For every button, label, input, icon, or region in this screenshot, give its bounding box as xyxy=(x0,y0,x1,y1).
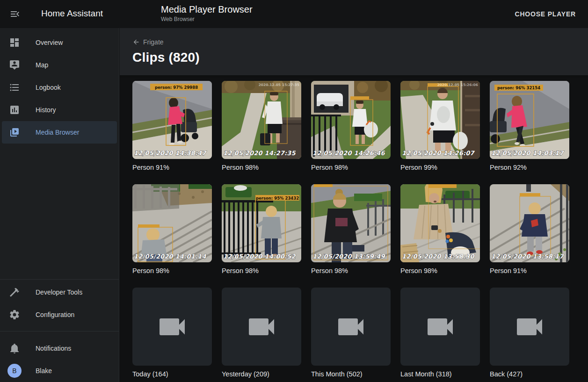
folder-label: Back (427) xyxy=(490,369,569,379)
clip-card[interactable]: person: 95% 23432 12/05/2020 14:00:52 Pe… xyxy=(222,184,301,275)
clip-card[interactable]: 12/05/2020 13:58:30 Person 98% xyxy=(400,184,480,275)
panel-title-block: Media Player Browser Web Browser xyxy=(161,4,253,22)
sidebar-item-label: Configuration xyxy=(36,311,74,318)
sidebar-item-configuration[interactable]: Configuration xyxy=(2,303,117,326)
clip-thumbnail: person: 97% 29988 12/05/2020 14:38:47 xyxy=(132,81,212,159)
clip-scene-steps-toddler: 12/05/2020 14:01:14 xyxy=(132,184,212,262)
clip-thumbnail: 12/05/2020 14:26:46 xyxy=(311,81,391,159)
folder-thumbnail xyxy=(132,288,212,366)
cog-icon xyxy=(9,309,20,320)
sidebar-item-map[interactable]: Map xyxy=(2,54,117,76)
sidebar-item-label: Map xyxy=(36,61,48,69)
clip-scene-street-stroller-right: person: 97% 29988 12/05/2020 14:38:47 xyxy=(132,81,212,159)
clip-timestamp-overlay: 12/05/2020 14:03:17 xyxy=(491,150,565,157)
panel-title: Media Player Browser xyxy=(161,4,253,15)
bell-icon xyxy=(9,343,20,354)
folder-card-back[interactable]: Back (427) xyxy=(490,288,569,379)
folder-card-yesterday[interactable]: Yesterday (209) xyxy=(222,288,301,379)
clip-timestamp-overlay: 12/05/2020 14:38:47 xyxy=(134,150,207,157)
clip-scene-porch-man: 2020.12.05 15:27:35 12/05/2020 14:27:35 xyxy=(222,81,301,159)
sidebar-item-user-profile[interactable]: B Blake xyxy=(2,360,117,382)
sidebar-item-logbook[interactable]: Logbook xyxy=(2,76,117,99)
folder-thumbnail xyxy=(222,288,301,366)
clip-scene-street-stroller-left: person: 96% 32154 12/05/2020 14:03:17 xyxy=(490,81,569,159)
clip-thumbnail: person: 95% 23432 12/05/2020 14:00:52 xyxy=(222,184,301,262)
sidebar-divider xyxy=(0,331,119,332)
app-header: Home Assistant Media Player Browser Web … xyxy=(0,0,588,28)
clip-thumbnail: 12/05/2020 13:58:17 xyxy=(490,184,569,262)
clip-thumbnail: 12/05/2020 13:59:49 xyxy=(311,184,391,262)
clip-label: Person 98% xyxy=(222,266,301,275)
choose-player-button[interactable]: CHOOSE PLAYER xyxy=(512,0,579,28)
avatar: B xyxy=(7,364,22,378)
clip-card[interactable]: 12/05/2020 14:01:14 Person 98% xyxy=(132,184,212,275)
sidebar-item-label: History xyxy=(36,106,56,114)
detection-box-label: person: 97% 29988 xyxy=(155,85,198,90)
play-box-multiple-icon xyxy=(9,127,20,138)
sidebar-item-label: Notifications xyxy=(36,345,71,352)
clip-timestamp-overlay: 12/05/2020 14:26:07 xyxy=(402,150,475,157)
media-grid: person: 97% 29988 12/05/2020 14:38:47 Pe… xyxy=(132,81,588,379)
clip-scene-garage-trash: 12/05/2020 14:26:46 xyxy=(311,81,391,159)
page-title: Clips (820) xyxy=(132,50,588,65)
clip-card[interactable]: 12/05/2020 13:59:49 Person 98% xyxy=(311,184,391,275)
menu-open-icon xyxy=(9,14,21,21)
clip-timestamp-overlay: 12/05/2020 13:58:30 xyxy=(402,253,475,260)
clip-timestamp-overlay: 12/05/2020 13:58:17 xyxy=(491,253,565,260)
clip-scene-woman-hoodie: 12/05/2020 13:59:49 xyxy=(311,184,391,262)
clip-label: Person 91% xyxy=(132,163,212,172)
clip-scene-woman-sweater-stroller: 12/05/2020 13:58:30 xyxy=(400,184,480,262)
clip-card[interactable]: 12/05/2020 13:58:17 Person 91% xyxy=(490,184,569,275)
clip-card[interactable]: 2020.12.05 15:26:06 12/05/2020 14:26:07 … xyxy=(400,81,480,172)
sidebar-divider xyxy=(0,279,119,280)
clip-label: Person 98% xyxy=(400,266,480,275)
folder-label: Last Month (318) xyxy=(400,369,480,379)
clip-label: Person 92% xyxy=(490,163,569,172)
panel-subtitle: Web Browser xyxy=(161,16,253,22)
sidebar-item-media-browser[interactable]: Media Browser xyxy=(2,121,117,144)
video-icon xyxy=(245,310,278,344)
sidebar-item-notifications[interactable]: Notifications xyxy=(2,337,117,360)
view-dashboard-icon xyxy=(9,37,20,48)
clip-thumbnail: 12/05/2020 13:58:30 xyxy=(400,184,480,262)
clip-timestamp-overlay: 12/05/2020 14:27:35 xyxy=(223,150,296,157)
clip-timestamp-overlay: 12/05/2020 13:59:49 xyxy=(312,253,386,260)
clip-label: Person 98% xyxy=(311,266,391,275)
clip-thumbnail: 12/05/2020 14:01:14 xyxy=(132,184,212,262)
folder-thumbnail xyxy=(400,288,480,366)
clip-thumbnail: 2020.12.05 15:26:06 12/05/2020 14:26:07 xyxy=(400,81,480,159)
clip-timestamp-overlay: 12/05/2020 14:26:46 xyxy=(312,150,386,157)
sidebar-item-label: Blake xyxy=(36,367,52,375)
clip-scene-toddler-navy: 12/05/2020 13:58:17 xyxy=(490,184,569,262)
hammer-icon xyxy=(9,287,20,298)
clip-scene-fence-toddler: person: 95% 23432 12/05/2020 14:00:52 xyxy=(222,184,301,262)
folder-card-last-month[interactable]: Last Month (318) xyxy=(400,288,480,379)
folder-card-this-month[interactable]: This Month (502) xyxy=(311,288,391,379)
media-browser-header: Frigate Clips (820) xyxy=(120,28,588,75)
sidebar-item-label: Developer Tools xyxy=(36,288,82,296)
detection-box-label: person: 96% 32154 xyxy=(497,86,540,90)
camera-timestamp-overlay: 2020.12.05 15:27:35 xyxy=(259,83,299,87)
sidebar-item-developer-tools[interactable]: Developer Tools xyxy=(2,281,117,303)
clip-label: Person 98% xyxy=(311,163,391,172)
video-icon xyxy=(423,310,457,344)
breadcrumb[interactable]: Frigate xyxy=(132,28,164,46)
chart-box-icon xyxy=(9,104,20,115)
clip-label: Person 98% xyxy=(222,163,301,172)
clip-card[interactable]: 12/05/2020 14:26:46 Person 98% xyxy=(311,81,391,172)
sidebar-spacer xyxy=(0,144,119,278)
clip-label: Person 91% xyxy=(490,266,569,275)
breadcrumb-label: Frigate xyxy=(143,38,164,46)
format-list-bulleted-icon xyxy=(9,82,20,93)
folder-card-today[interactable]: Today (164) xyxy=(132,288,212,379)
sidebar: Overview Map Logbook History Media Brows… xyxy=(0,28,119,382)
video-icon xyxy=(155,310,189,344)
clip-card[interactable]: person: 97% 29988 12/05/2020 14:38:47 Pe… xyxy=(132,81,212,172)
clip-card[interactable]: 2020.12.05 15:27:35 12/05/2020 14:27:35 … xyxy=(222,81,301,172)
sidebar-toggle-button[interactable] xyxy=(9,8,21,20)
clip-card[interactable]: person: 96% 32154 12/05/2020 14:03:17 Pe… xyxy=(490,81,569,172)
sidebar-item-label: Media Browser xyxy=(36,129,79,136)
video-icon xyxy=(334,310,368,344)
sidebar-item-overview[interactable]: Overview xyxy=(2,31,117,54)
sidebar-item-history[interactable]: History xyxy=(2,99,117,121)
